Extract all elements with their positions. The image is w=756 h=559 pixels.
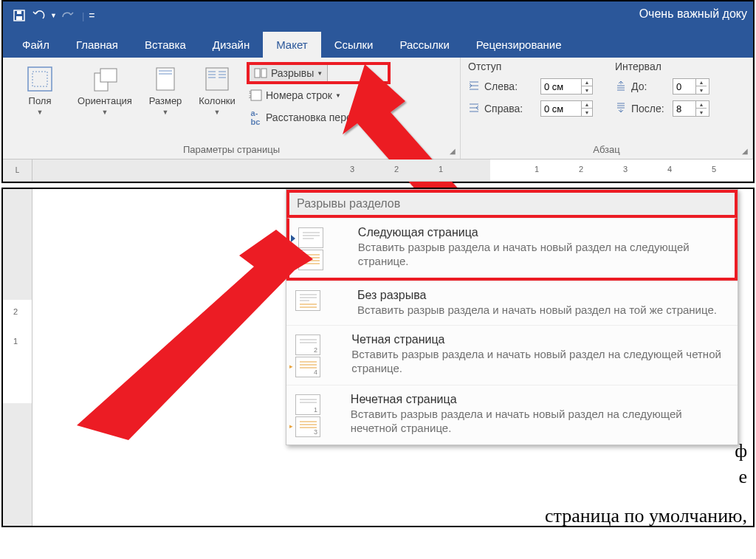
ribbon: Поля▼ Ориентация▼ Размер▼ [3,58,753,160]
dropdown-item-next-page[interactable]: Следующая страница Вставить разрыв разде… [286,218,738,281]
size-button[interactable]: Размер▼ [140,62,190,120]
spacing-after-input[interactable]: ▲▼ [673,100,709,117]
redo-icon[interactable] [57,5,78,26]
selection-indicator-icon [291,235,295,242]
svg-rect-2 [17,11,21,14]
tab-file[interactable]: Файл [9,32,63,58]
breaks-button[interactable]: Разрывы ▼ [248,64,389,83]
title-bar: ▼ | = Очень важный доку [3,1,753,30]
dropdown-item-odd-page[interactable]: 1 ▸3 Нечетная страница Вставить разрыв р… [286,385,738,445]
thumb-icon: ▸4 [295,357,320,377]
indent-right-input[interactable]: ▲▼ [540,100,593,117]
dropdown-item-continuous[interactable]: Без разрыва Вставить разрыв раздела и на… [286,281,738,325]
hyphenation-button[interactable]: a-bc Расстановка переносов ▼ [248,108,389,127]
tab-design[interactable]: Дизайн [199,32,263,58]
thumb-icon: ▸3 [295,416,320,437]
vertical-ruler: 2 1 [3,189,32,527]
indent-right-icon [468,103,480,115]
indent-left-input[interactable]: ▲▼ [540,78,593,95]
indent-label: Отступ [468,61,593,72]
page-setup-caption: Параметры страницы ◢ [10,144,453,157]
orientation-button[interactable]: Ориентация▼ [69,62,140,120]
document-title: Очень важный доку [639,7,747,21]
svg-rect-16 [261,69,267,78]
svg-rect-15 [255,69,260,78]
breaks-dropdown: Разрывы разделов Следующая страница Вста… [286,189,738,445]
dropdown-header: Разрывы разделов [286,190,738,218]
horizontal-ruler: L 3 2 1 1 2 3 4 5 [3,160,753,182]
tab-mailings[interactable]: Рассылки [386,32,462,58]
dropdown-item-even-page[interactable]: 2 ▸4 Четная страница Вставить разрыв раз… [286,325,738,385]
page-setup-launcher-icon[interactable]: ◢ [450,147,456,155]
columns-button[interactable]: Колонки▼ [190,62,244,120]
paragraph-launcher-icon[interactable]: ◢ [742,147,748,155]
tab-review[interactable]: Рецензирование [463,32,575,58]
thumb-icon: 2 [295,335,320,355]
svg-rect-3 [28,67,52,91]
columns-icon [203,65,231,93]
thumb-icon [298,227,323,248]
undo-icon[interactable] [30,5,50,26]
indent-left-icon [468,80,480,93]
svg-rect-4 [32,72,47,86]
thumb-icon [298,250,323,270]
svg-rect-1 [16,16,22,20]
spacing-after-icon [615,103,627,115]
svg-rect-17 [251,90,261,100]
hyphenation-icon: a-bc [248,110,263,125]
tab-layout[interactable]: Макет [263,32,320,58]
orientation-icon [91,65,119,93]
margins-icon [26,65,54,93]
size-icon [151,65,179,93]
save-icon[interactable] [9,5,30,26]
spacing-before-icon [615,80,627,93]
tab-home[interactable]: Главная [63,32,131,58]
breaks-icon [253,66,268,80]
tab-references[interactable]: Ссылки [321,32,387,58]
spacing-before-input[interactable]: ▲▼ [673,78,709,95]
line-numbers-button[interactable]: 12 Номера строк ▼ [248,86,389,105]
margins-button[interactable]: Поля▼ [10,62,69,120]
spacing-label: Интервал [615,61,709,72]
thumb-icon [295,290,320,311]
svg-rect-6 [100,69,117,82]
tab-insert[interactable]: Вставка [131,32,199,58]
thumb-icon: 1 [295,394,320,415]
line-numbers-icon: 12 [248,88,263,103]
ribbon-tabs: Файл Главная Вставка Дизайн Макет Ссылки… [3,30,753,58]
paragraph-caption: Абзац ◢ [468,144,745,157]
